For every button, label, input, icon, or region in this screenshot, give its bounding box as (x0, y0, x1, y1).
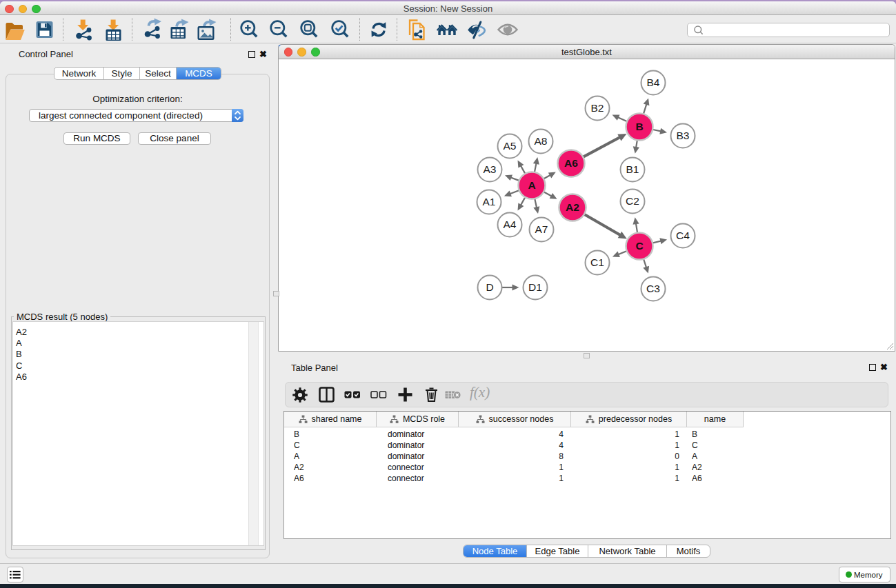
svg-text:A: A (528, 179, 535, 191)
svg-text:A3: A3 (484, 163, 497, 175)
svg-text:D: D (486, 281, 493, 293)
svg-text:C2: C2 (626, 195, 639, 207)
svg-text:D1: D1 (528, 281, 542, 293)
svg-text:A5: A5 (504, 140, 517, 152)
svg-text:A4: A4 (504, 219, 517, 230)
svg-text:B1: B1 (626, 163, 639, 175)
svg-text:C: C (635, 240, 643, 252)
svg-text:B4: B4 (647, 77, 660, 88)
svg-text:B: B (635, 121, 643, 132)
svg-text:C1: C1 (590, 256, 604, 268)
svg-text:A7: A7 (535, 223, 548, 235)
svg-text:A1: A1 (483, 196, 496, 207)
svg-text:A8: A8 (535, 135, 548, 147)
svg-text:C4: C4 (676, 230, 690, 241)
svg-text:A6: A6 (564, 157, 578, 169)
svg-text:B2: B2 (591, 102, 604, 114)
svg-text:B3: B3 (677, 130, 690, 141)
svg-text:A2: A2 (566, 201, 579, 213)
svg-text:C3: C3 (646, 283, 660, 294)
